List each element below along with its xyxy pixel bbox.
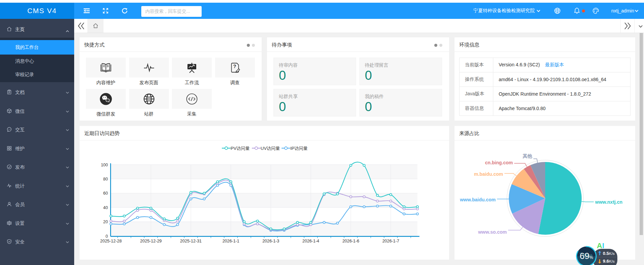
svg-text:20: 20 — [103, 220, 108, 224]
svg-text:2026-1-4: 2026-1-4 — [302, 239, 319, 243]
svg-text:100: 100 — [101, 163, 108, 167]
svg-text:0: 0 — [106, 234, 108, 239]
svg-text:cn.bing.com: cn.bing.com — [485, 160, 513, 165]
svg-text:2026-1-7: 2026-1-7 — [382, 239, 399, 243]
svg-text:www.nxtj.cn: www.nxtj.cn — [595, 199, 622, 205]
svg-text:PV访问量: PV访问量 — [231, 146, 250, 151]
svg-text:m.baidu.com: m.baidu.com — [474, 171, 503, 177]
svg-text:2026-1-6: 2026-1-6 — [342, 239, 359, 243]
svg-text:www.baidu.com: www.baidu.com — [460, 197, 496, 202]
svg-text:UV访问量: UV访问量 — [261, 146, 280, 151]
svg-text:40: 40 — [103, 205, 108, 210]
svg-text:2025-12-31: 2025-12-31 — [180, 239, 202, 243]
svg-text:80: 80 — [103, 177, 108, 181]
svg-text:2025-12-28: 2025-12-28 — [100, 239, 122, 243]
svg-text:60: 60 — [103, 191, 108, 196]
svg-text:IP访问量: IP访问量 — [290, 146, 308, 151]
svg-text:www.so.com: www.so.com — [478, 229, 507, 235]
svg-text:其他: 其他 — [523, 153, 532, 159]
svg-text:2026-1-3: 2026-1-3 — [262, 239, 279, 243]
svg-text:?: ? — [233, 63, 236, 69]
svg-text:2026-1-1: 2026-1-1 — [223, 239, 239, 243]
svg-text:2025-12-29: 2025-12-29 — [140, 239, 162, 243]
